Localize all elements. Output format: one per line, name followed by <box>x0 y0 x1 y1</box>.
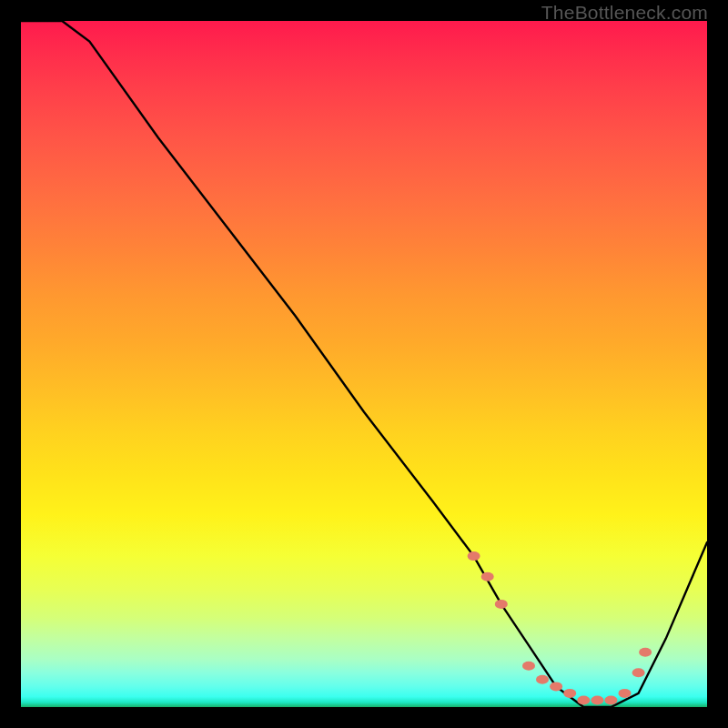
threshold-dot <box>495 600 508 609</box>
threshold-dot <box>522 662 535 671</box>
threshold-dot <box>577 696 590 705</box>
bottleneck-curve <box>21 21 707 707</box>
chart-svg <box>21 21 707 707</box>
threshold-dot <box>632 668 645 677</box>
threshold-dot <box>619 689 632 698</box>
threshold-dots-group <box>468 551 652 704</box>
threshold-dot <box>481 572 494 581</box>
threshold-dot <box>550 682 562 691</box>
threshold-dot <box>604 696 617 705</box>
threshold-dot <box>563 689 576 698</box>
watermark-text: TheBottleneck.com <box>541 2 708 24</box>
threshold-dot <box>639 648 652 657</box>
threshold-dot <box>591 696 603 705</box>
chart-frame: TheBottleneck.com <box>0 0 728 728</box>
threshold-dot <box>468 551 480 561</box>
threshold-dot <box>536 675 549 684</box>
